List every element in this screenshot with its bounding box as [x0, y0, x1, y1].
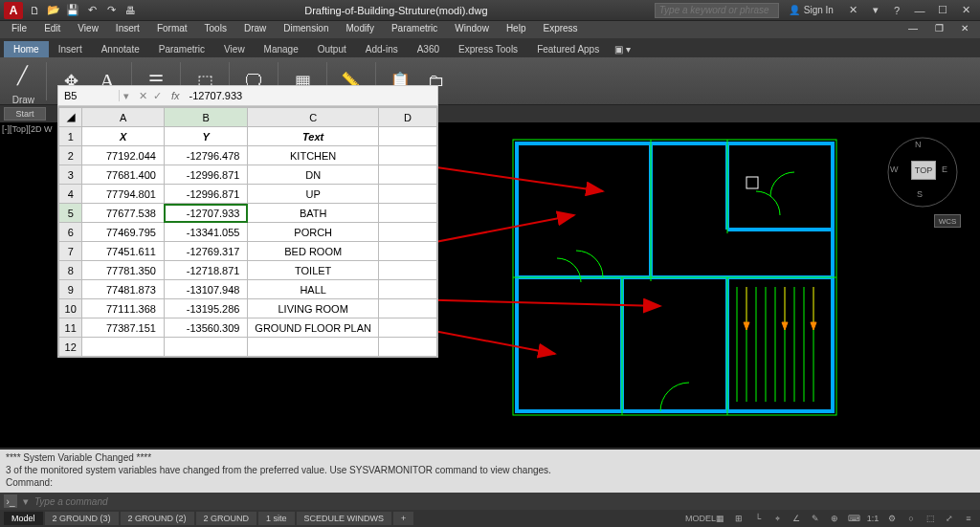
redo-icon[interactable]: ↷ [103, 3, 119, 18]
viewport-label[interactable]: [-][Top][2D W [2, 124, 53, 134]
cell[interactable]: LIVING ROOM [248, 299, 378, 318]
isoplane-icon[interactable]: ∠ [789, 512, 804, 525]
layout-tab[interactable]: 1 site [258, 512, 295, 525]
cell[interactable]: -12769.317 [164, 242, 248, 261]
name-box[interactable]: B5 [58, 90, 120, 101]
menu-edit[interactable]: Edit [36, 21, 68, 38]
cell[interactable]: HALL [248, 280, 378, 299]
cell[interactable]: 77451.611 [82, 242, 165, 261]
cell[interactable]: -13341.055 [164, 223, 248, 242]
row-header[interactable]: 2 [59, 146, 82, 165]
cell[interactable]: -13560.309 [164, 318, 248, 338]
command-input[interactable] [34, 496, 976, 507]
tab-manage[interactable]: Manage [255, 41, 308, 57]
menu-format[interactable]: Format [149, 21, 195, 38]
row-header[interactable]: 6 [59, 223, 82, 242]
cell[interactable]: -12718.871 [164, 261, 248, 280]
grid-icon[interactable]: ▦ [712, 512, 727, 525]
add-layout-tab[interactable]: + [393, 512, 413, 525]
cell[interactable]: -13195.286 [164, 299, 248, 318]
cell[interactable]: 77481.873 [82, 280, 165, 299]
layout-tab-model[interactable]: Model [4, 512, 43, 525]
tab-insert[interactable]: Insert [49, 41, 92, 57]
cell[interactable]: UP [248, 185, 378, 204]
tab-output[interactable]: Output [308, 41, 356, 57]
cell[interactable] [378, 146, 436, 165]
cell[interactable]: -12996.871 [164, 165, 248, 185]
cell[interactable] [378, 318, 436, 338]
minimize-icon[interactable]: — [909, 3, 930, 18]
cell[interactable]: BATH [248, 204, 378, 223]
tab-a360[interactable]: A360 [408, 41, 449, 57]
anno-icon[interactable]: ⊕ [827, 512, 842, 525]
app-logo[interactable]: A [4, 2, 23, 19]
line-tool-icon[interactable]: ╱ [6, 56, 38, 95]
col-header-b[interactable]: B [164, 108, 248, 127]
header-x[interactable]: X [82, 127, 165, 146]
undo-icon[interactable]: ↶ [84, 3, 100, 18]
tab-addins[interactable]: Add-ins [356, 41, 408, 57]
cell[interactable]: BED ROOM [248, 242, 378, 261]
cell[interactable] [248, 338, 378, 357]
cell[interactable] [378, 242, 436, 261]
viewcube-south[interactable]: S [917, 189, 923, 199]
row-header[interactable]: 10 [59, 299, 82, 318]
start-tab[interactable]: Start [4, 107, 46, 121]
header-text[interactable]: Text [248, 127, 378, 146]
cell[interactable]: 77794.801 [82, 185, 165, 204]
save-icon[interactable]: 💾 [65, 3, 80, 18]
cell[interactable]: GROUND FLOOR PLAN [248, 318, 378, 338]
menu-modify[interactable]: Modify [339, 21, 382, 38]
tab-home[interactable]: Home [4, 41, 49, 57]
row-header[interactable]: 1 [59, 127, 82, 146]
doc-close-icon[interactable]: ✕ [953, 21, 976, 38]
col-header-c[interactable]: C [248, 108, 378, 127]
cell[interactable] [378, 280, 436, 299]
menu-help[interactable]: Help [499, 21, 534, 38]
menu-window[interactable]: Window [447, 21, 497, 38]
tab-featured[interactable]: Featured Apps [527, 41, 609, 57]
gear-icon[interactable]: ⚙ [884, 512, 900, 525]
select-all-corner[interactable]: ◢ [59, 108, 82, 127]
cell[interactable]: 77781.350 [82, 261, 165, 280]
cell[interactable]: 77681.400 [82, 165, 165, 185]
row-header[interactable]: 8 [59, 261, 82, 280]
formula-input[interactable]: -12707.933 [184, 90, 249, 101]
ribbon-collapse-icon[interactable]: ▣ ▾ [609, 41, 636, 57]
viewcube-top[interactable]: TOP [911, 161, 936, 180]
cell[interactable] [164, 338, 248, 357]
view-cube[interactable]: TOP N S W E [884, 134, 961, 210]
cancel-formula-icon[interactable]: ✕ [139, 90, 147, 102]
header-y[interactable]: Y [164, 127, 248, 146]
exchange-icon[interactable]: ✕ [843, 4, 863, 16]
tab-annotate[interactable]: Annotate [92, 41, 149, 57]
col-header-a[interactable]: A [82, 108, 165, 127]
menu-view[interactable]: View [70, 21, 106, 38]
doc-minimize-icon[interactable]: — [901, 21, 925, 38]
open-icon[interactable]: 📂 [46, 3, 61, 18]
doc-restore-icon[interactable]: ❐ [927, 21, 951, 38]
cell[interactable]: -12707.933 [164, 204, 248, 223]
layout-tab[interactable]: 2 GROUND (2) [121, 512, 194, 525]
header-blank[interactable] [378, 127, 436, 146]
enter-formula-icon[interactable]: ✓ [153, 90, 162, 102]
cell[interactable] [378, 261, 436, 280]
search-input[interactable] [655, 3, 779, 18]
row-header[interactable]: 7 [59, 242, 82, 261]
scale-label[interactable]: 1:1 [865, 512, 880, 525]
workspace-icon[interactable]: ⌨ [846, 512, 861, 525]
excel-table[interactable]: ◢ A B C D 1 X Y Text 277192.044-12796.47… [57, 106, 438, 358]
layout-tab[interactable]: 2 GROUND [196, 512, 257, 525]
viewcube-north[interactable]: N [915, 140, 922, 149]
fx-label[interactable]: fx [167, 90, 184, 101]
cell[interactable] [378, 185, 436, 204]
row-header[interactable]: 3 [59, 165, 82, 185]
cell[interactable] [378, 165, 436, 185]
row-header[interactable]: 4 [59, 185, 82, 204]
command-prompt-icon[interactable]: ›_ [4, 494, 17, 508]
cell[interactable] [378, 223, 436, 242]
cell[interactable] [378, 299, 436, 318]
layout-tab[interactable]: 2 GROUND (3) [45, 512, 119, 525]
maximize-icon[interactable]: ☐ [932, 3, 953, 18]
tab-parametric[interactable]: Parametric [149, 41, 214, 57]
